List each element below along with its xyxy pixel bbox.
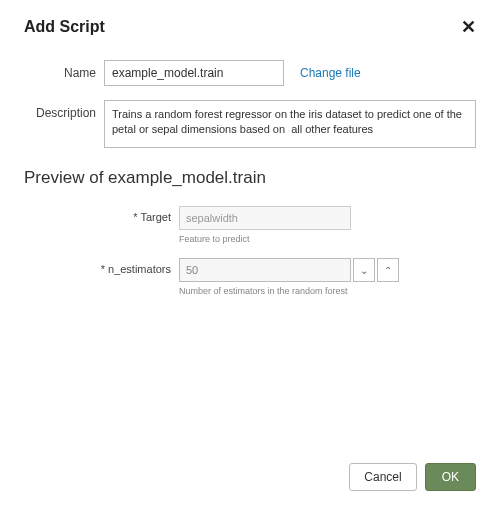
target-help: Feature to predict (179, 234, 476, 244)
dialog-header: Add Script ✕ (24, 18, 476, 36)
n-estimators-label: *n_estimators (24, 258, 179, 275)
n-estimators-label-text: n_estimators (108, 263, 171, 275)
n-estimators-help: Number of estimators in the random fores… (179, 286, 476, 296)
close-icon[interactable]: ✕ (461, 18, 476, 36)
preview-heading: Preview of example_model.train (24, 168, 476, 188)
target-row: *Target (24, 206, 476, 230)
dialog-title: Add Script (24, 18, 105, 36)
name-input[interactable] (104, 60, 284, 86)
change-file-link[interactable]: Change file (300, 60, 361, 80)
dialog-footer: Cancel OK (349, 463, 476, 491)
name-row: Name Change file (24, 60, 476, 86)
name-label: Name (24, 60, 104, 80)
spinner-down-button[interactable]: ⌄ (353, 258, 375, 282)
spinner-up-button[interactable]: ⌃ (377, 258, 399, 282)
description-row: Description (24, 100, 476, 148)
target-label-text: Target (140, 211, 171, 223)
n-estimators-row: *n_estimators ⌄ ⌃ (24, 258, 476, 282)
n-estimators-spinner: ⌄ ⌃ (179, 258, 399, 282)
description-textarea[interactable] (104, 100, 476, 148)
target-label: *Target (24, 206, 179, 223)
target-input[interactable] (179, 206, 351, 230)
cancel-button[interactable]: Cancel (349, 463, 416, 491)
chevron-down-icon: ⌄ (360, 265, 368, 276)
description-label: Description (24, 100, 104, 120)
required-asterisk: * (101, 263, 105, 275)
ok-button[interactable]: OK (425, 463, 476, 491)
n-estimators-input[interactable] (179, 258, 351, 282)
chevron-up-icon: ⌃ (384, 265, 392, 276)
required-asterisk: * (133, 211, 137, 223)
